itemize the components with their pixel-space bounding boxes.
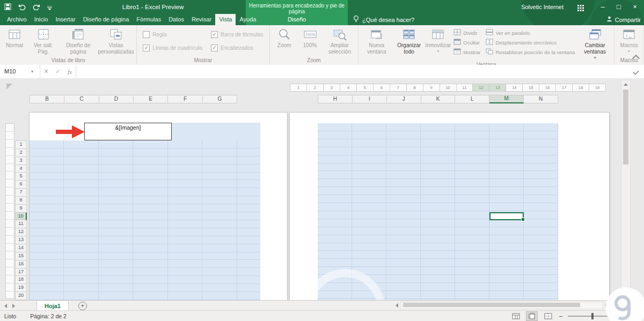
enter-formula-icon[interactable]: ✓	[52, 68, 64, 75]
macros-button[interactable]: Macros▾	[616, 26, 642, 54]
column-header-K[interactable]: K	[421, 95, 456, 103]
minimize-button[interactable]: –	[595, 0, 611, 14]
column-header-J[interactable]: J	[387, 95, 421, 103]
ver-en-paralelo-button[interactable]: Ver en paralelo	[486, 29, 575, 36]
row-header-11[interactable]: 11	[15, 220, 27, 228]
row-header-4[interactable]: 4	[15, 165, 27, 173]
restablecer-posicion-de-la-ventana-button[interactable]: Restablecer posición de la ventana	[486, 48, 575, 56]
ribbon-display-options-icon[interactable]	[577, 4, 584, 13]
tab-inicio[interactable]: Inicio	[31, 14, 52, 25]
row-header-15[interactable]: 15	[15, 252, 27, 260]
left-page-grid[interactable]	[30, 140, 260, 300]
tab-diseno[interactable]: Diseño	[246, 14, 348, 25]
close-button[interactable]: ×	[627, 0, 643, 14]
redo-icon[interactable]	[33, 3, 40, 12]
column-header-N[interactable]: N	[524, 95, 558, 103]
column-header-G[interactable]: G	[203, 95, 237, 103]
horizontal-scrollbar-thumb[interactable]	[403, 303, 580, 307]
vistas-personalizadas-button[interactable]: Vistas personalizadas	[97, 26, 135, 56]
checkbox-barra-de-formulas[interactable]: ✓Barra de fórmulas	[211, 31, 263, 38]
zoom-out-button[interactable]: –	[558, 312, 564, 320]
maximize-button[interactable]: □	[611, 0, 627, 14]
tab-formulas[interactable]: Fórmulas	[133, 14, 165, 25]
signed-in-user[interactable]: Solvetic Internet	[521, 0, 564, 14]
row-header-14[interactable]: 14	[15, 244, 27, 252]
row-header-19[interactable]: 19	[15, 284, 27, 292]
scroll-left-icon[interactable]	[396, 303, 398, 308]
zoom-button[interactable]: Zoom	[272, 26, 297, 49]
horizontal-scrollbar[interactable]	[393, 302, 610, 309]
diseno-de-pagina-button[interactable]: Diseño de página	[60, 26, 97, 56]
sheet-tab-hoja1[interactable]: Hoja1	[36, 301, 69, 311]
row-header-16[interactable]: 16	[15, 260, 27, 268]
row-header-17[interactable]: 17	[15, 268, 27, 277]
cambiar-ventanas-button[interactable]: Cambiar ventanas▾	[577, 26, 612, 61]
checkbox-regla[interactable]: Regla	[143, 31, 202, 38]
row-header-10[interactable]: 10	[15, 213, 27, 221]
zoom-slider-thumb[interactable]	[591, 313, 594, 319]
row-header-6[interactable]: 6	[15, 181, 27, 189]
column-header-C[interactable]: C	[64, 95, 99, 103]
expand-formula-bar-icon[interactable]	[633, 69, 639, 74]
previous-sheet-icon[interactable]	[4, 304, 7, 308]
header-center-section[interactable]: &[Imagen]	[84, 123, 172, 140]
page-1[interactable]: &[Imagen]	[30, 113, 287, 300]
header-right-section[interactable]	[172, 123, 260, 140]
dividir-button[interactable]: Dividir	[453, 29, 480, 36]
active-cell-M10[interactable]	[489, 212, 524, 220]
normal-button[interactable]: Normal	[2, 26, 27, 49]
cancel-formula-icon[interactable]: ✕	[40, 68, 52, 75]
column-header-E[interactable]: E	[134, 95, 168, 103]
row-header-20[interactable]: 20	[15, 292, 27, 300]
tab-insertar[interactable]: Insertar	[52, 14, 79, 25]
column-header-F[interactable]: F	[168, 95, 202, 103]
row-header-2[interactable]: 2	[15, 149, 27, 157]
customize-qat-icon[interactable]	[47, 3, 52, 12]
column-header-L[interactable]: L	[455, 95, 489, 103]
column-header-M[interactable]: M	[489, 95, 524, 103]
page-break-preview-button[interactable]	[542, 311, 554, 321]
normal-view-button[interactable]	[510, 311, 522, 321]
row-header-13[interactable]: 13	[15, 236, 27, 244]
page-2[interactable]	[290, 113, 609, 300]
column-header-I[interactable]: I	[353, 95, 387, 103]
row-header-18[interactable]: 18	[15, 276, 27, 284]
new-sheet-button[interactable]: +	[78, 302, 87, 310]
tab-revisar[interactable]: Revisar	[188, 14, 215, 25]
tell-me-search[interactable]: ¿Qué desea hacer?	[353, 14, 414, 25]
tab-vista[interactable]: Vista	[215, 14, 236, 25]
ver-salt-pag-button[interactable]: Ver salt. Pág.	[27, 26, 60, 56]
page-layout-view-button[interactable]	[526, 311, 538, 321]
ocultar-button[interactable]: Ocultar	[453, 39, 480, 46]
vertical-scrollbar-thumb[interactable]	[623, 89, 628, 165]
row-header-9[interactable]: 9	[15, 205, 27, 213]
name-box[interactable]: M10	[0, 65, 31, 78]
row-header-1[interactable]: 1	[15, 140, 27, 149]
desplazamiento-sincronico-button[interactable]: Desplazamiento sincrónico	[486, 39, 575, 46]
column-header-B[interactable]: B	[30, 95, 64, 103]
mostrar-button[interactable]: Mostrar	[453, 48, 480, 56]
organizar-todo-button[interactable]: Organizar todo	[393, 26, 425, 56]
column-header-H[interactable]: H	[318, 95, 353, 103]
row-header-7[interactable]: 7	[15, 189, 27, 197]
row-header-5[interactable]: 5	[15, 173, 27, 181]
row-header-8[interactable]: 8	[15, 197, 27, 205]
vertical-scrollbar[interactable]	[621, 80, 631, 300]
zoom-slider[interactable]	[568, 316, 610, 317]
checkbox-lineas-de-cuadricula[interactable]: ✓Líneas de cuadrícula	[143, 44, 202, 51]
nueva-ventana-button[interactable]: Nueva ventana	[360, 26, 393, 56]
checkbox-encabezados[interactable]: ✓Encabezados	[211, 44, 263, 51]
100-button[interactable]: 100%100%	[297, 26, 323, 49]
formula-input[interactable]	[76, 65, 633, 78]
inmovilizar-button[interactable]: Inmovilizar▾	[425, 26, 451, 54]
column-header-D[interactable]: D	[99, 95, 134, 103]
tab-archivo[interactable]: Archivo	[3, 14, 31, 25]
tab-datos[interactable]: Datos	[165, 14, 188, 25]
save-icon[interactable]	[4, 3, 11, 12]
tab-diseno-de-pagina[interactable]: Diseño de página	[79, 14, 133, 25]
share-button[interactable]: Compartir	[606, 14, 641, 25]
insert-function-icon[interactable]: fx	[64, 69, 76, 75]
scroll-up-icon[interactable]	[624, 80, 628, 88]
row-header-12[interactable]: 12	[15, 228, 27, 236]
row-header-3[interactable]: 3	[15, 157, 27, 165]
